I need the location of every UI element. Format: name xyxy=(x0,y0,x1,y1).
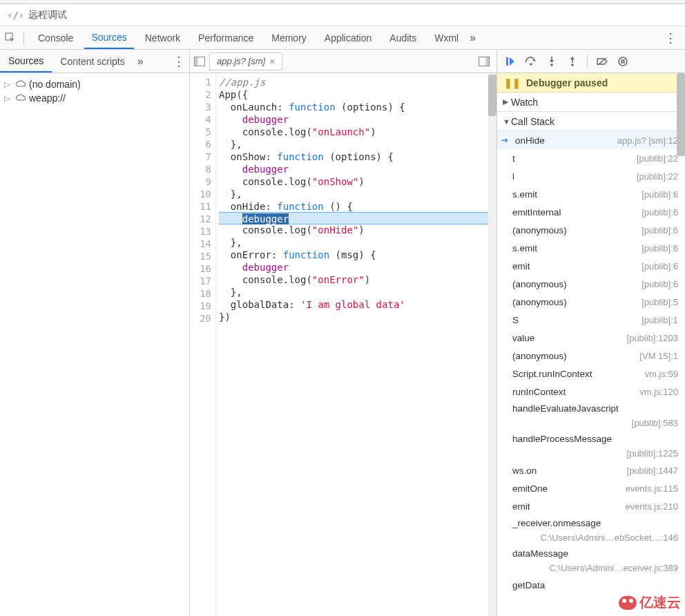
code-line[interactable]: debugger xyxy=(219,212,496,224)
left-tab-sources[interactable]: Sources xyxy=(0,50,52,73)
callstack-frame[interactable]: (anonymous)[publib]:6 xyxy=(497,275,685,293)
left-tab-content-scripts[interactable]: Content scripts xyxy=(52,50,133,73)
tree-item[interactable]: ▷(no domain) xyxy=(3,77,186,91)
callstack-frame[interactable]: emitInternal[publib]:6 xyxy=(497,203,685,221)
frame-location[interactable]: [publib]:1 xyxy=(641,315,678,325)
callstack-section-header[interactable]: ▼ Call Stack xyxy=(497,112,685,131)
callstack-frame[interactable]: emitevents.js:210 xyxy=(497,497,685,515)
code-line[interactable]: console.log("onShow") xyxy=(219,175,496,188)
callstack-frame[interactable]: s.emit[publib]:6 xyxy=(497,239,685,257)
frame-location[interactable]: [publib]:6 xyxy=(641,261,678,271)
code-line[interactable]: }, xyxy=(219,236,496,249)
frame-location[interactable]: [publib]:6 xyxy=(641,225,678,235)
frame-location[interactable]: [publib]:6 xyxy=(641,243,678,253)
callstack-frame[interactable]: emitOneevents.js:115 xyxy=(497,479,685,497)
frame-location[interactable]: events.js:210 xyxy=(625,501,678,512)
toggle-debugger-icon[interactable] xyxy=(477,55,491,68)
callstack-frame[interactable]: runInContextvm.js:120 xyxy=(497,383,685,401)
devtools-menu-icon[interactable]: ⋮ xyxy=(660,30,681,46)
close-icon[interactable]: × xyxy=(269,56,275,67)
tab-performance[interactable]: Performance xyxy=(191,26,260,49)
code-line[interactable]: console.log("onError") xyxy=(219,273,496,286)
frame-location[interactable]: [publib]:583 xyxy=(512,418,678,428)
frame-location[interactable]: [publib]:1447 xyxy=(627,465,678,476)
tree-item[interactable]: ▷weapp:// xyxy=(3,91,186,105)
frame-location[interactable]: vm.js:120 xyxy=(639,387,678,397)
code-content[interactable]: //app.jsApp({ onLaunch: function (option… xyxy=(216,73,496,616)
callstack-frame[interactable]: value[publib]:1203 xyxy=(497,329,685,347)
callstack-frame[interactable]: S[publib]:1 xyxy=(497,311,685,329)
callstack-frame[interactable]: l[publib]:22 xyxy=(497,167,685,185)
tab-audits[interactable]: Audits xyxy=(383,26,423,49)
code-line[interactable]: }, xyxy=(219,138,496,151)
frame-location[interactable]: C:\Users\Admini…ebSocket…:146 xyxy=(512,532,678,543)
frame-location[interactable]: C:\Users\Admini…eceiver.js:389 xyxy=(512,563,678,573)
frame-location[interactable]: app.js? [sm]:12 xyxy=(617,135,678,146)
code-line[interactable]: }, xyxy=(219,286,496,298)
code-line[interactable]: debugger xyxy=(219,163,496,175)
frame-location[interactable]: [VM 15]:1 xyxy=(639,351,678,361)
tab-network[interactable]: Network xyxy=(138,26,187,49)
tab-application[interactable]: Application xyxy=(318,26,379,49)
code-line[interactable]: }, xyxy=(219,188,496,200)
callstack-frame[interactable]: ws.on[publib]:1447 xyxy=(497,461,685,479)
code-line[interactable]: //app.js xyxy=(219,76,496,88)
frame-location[interactable]: [publib]:22 xyxy=(637,171,678,182)
left-tabs-overflow-icon[interactable]: » xyxy=(133,55,148,68)
frame-location[interactable]: vm.js:59 xyxy=(645,369,678,379)
frame-location[interactable]: [publib]:6 xyxy=(641,279,678,289)
code-line[interactable]: console.log("onHide") xyxy=(219,224,496,236)
resume-button[interactable] xyxy=(501,52,519,70)
callstack-frame[interactable]: t[publib]:22 xyxy=(497,149,685,167)
scrollbar-thumb[interactable] xyxy=(488,75,496,116)
code-line[interactable]: globalData: 'I am global data' xyxy=(219,298,496,311)
code-line[interactable]: onLaunch: function (options) { xyxy=(219,101,496,113)
callstack-frame[interactable]: Script.runInContextvm.js:59 xyxy=(497,365,685,383)
step-out-button[interactable] xyxy=(563,52,581,70)
frame-location[interactable]: [publib]:22 xyxy=(637,153,678,164)
callstack-frame[interactable]: ➔onHideapp.js? [sm]:12 xyxy=(497,131,685,149)
tab-memory[interactable]: Memory xyxy=(264,26,313,49)
left-pane-menu-icon[interactable]: ⋮ xyxy=(168,54,189,69)
callstack-frame[interactable]: handleEvaluateJavascript[publib]:583 xyxy=(497,401,685,431)
right-scrollbar[interactable] xyxy=(677,73,685,616)
code-line[interactable]: onShow: function (options) { xyxy=(219,151,496,163)
toggle-navigator-icon[interactable] xyxy=(193,55,206,68)
code-line[interactable]: debugger xyxy=(219,261,496,273)
inspect-icon[interactable] xyxy=(4,32,17,44)
code-line[interactable]: console.log("onLaunch") xyxy=(219,126,496,138)
pause-on-exceptions-button[interactable] xyxy=(614,52,632,70)
tab-console[interactable]: Console xyxy=(31,26,80,49)
frame-location[interactable]: [publib]:6 xyxy=(641,207,678,218)
editor-scrollbar[interactable] xyxy=(488,73,496,616)
callstack-frame[interactable]: dataMessageC:\Users\Admini…eceiver.js:38… xyxy=(497,546,685,576)
code-editor[interactable]: 1234567891011121314151617181920 //app.js… xyxy=(190,73,496,616)
tab-wxml[interactable]: Wxml xyxy=(427,26,465,49)
step-over-button[interactable] xyxy=(522,52,540,70)
callstack-frame[interactable]: getData xyxy=(497,576,685,594)
code-line[interactable]: }) xyxy=(219,311,496,323)
callstack-frame[interactable]: (anonymous)[publib]:5 xyxy=(497,293,685,311)
file-tab[interactable]: app.js? [sm] × xyxy=(209,52,282,70)
code-line[interactable]: onError: function (msg) { xyxy=(219,249,496,261)
callstack-frame[interactable]: (anonymous)[VM 15]:1 xyxy=(497,347,685,365)
scrollbar-thumb[interactable] xyxy=(677,73,685,156)
frame-location[interactable]: events.js:115 xyxy=(625,483,678,494)
callstack-frame[interactable]: handleProcessMessage[publib]:1225 xyxy=(497,431,685,461)
deactivate-breakpoints-button[interactable] xyxy=(593,52,611,70)
callstack-frame[interactable]: _receiver.onmessageC:\Users\Admini…ebSoc… xyxy=(497,515,685,546)
code-line[interactable]: debugger xyxy=(219,113,496,126)
frame-location[interactable]: [publib]:5 xyxy=(641,297,678,307)
code-line[interactable]: App({ xyxy=(219,88,496,101)
callstack-frame[interactable]: emit[publib]:6 xyxy=(497,257,685,275)
callstack-frame[interactable]: s.emit[publib]:6 xyxy=(497,185,685,203)
step-into-button[interactable] xyxy=(543,52,561,70)
tabs-overflow-icon[interactable]: » xyxy=(465,32,480,44)
watch-section-header[interactable]: ▶ Watch xyxy=(497,93,685,112)
frame-location[interactable]: [publib]:1225 xyxy=(512,448,678,459)
frame-location[interactable]: [publib]:6 xyxy=(641,189,678,200)
tab-sources[interactable]: Sources xyxy=(84,26,133,49)
callstack-frame[interactable]: (anonymous)[publib]:6 xyxy=(497,221,685,239)
frame-location[interactable]: [publib]:1203 xyxy=(627,333,678,343)
code-line[interactable]: onHide: function () { xyxy=(219,200,496,213)
